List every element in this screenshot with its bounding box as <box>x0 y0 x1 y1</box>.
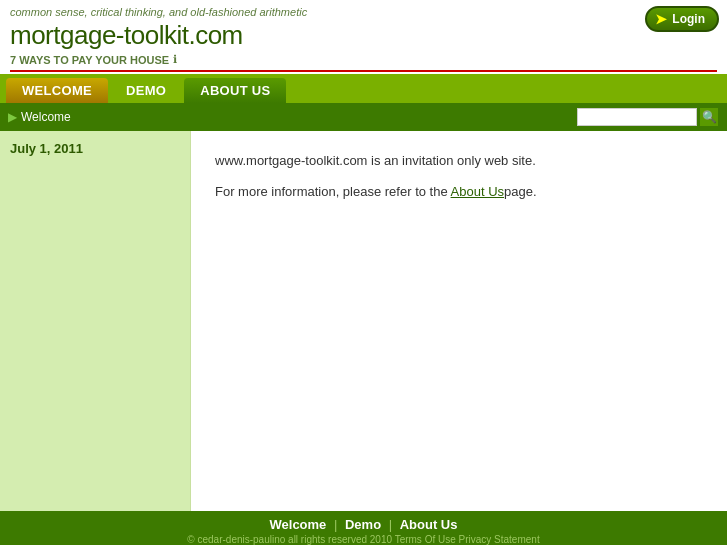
login-label: Login <box>672 12 705 26</box>
search-button[interactable]: 🔍 <box>699 107 719 127</box>
search-area: 🔍 <box>577 107 719 127</box>
breadcrumb-text: Welcome <box>21 110 71 124</box>
site-title: mortgage-toolkit.com <box>10 20 717 51</box>
search-input[interactable] <box>577 108 697 126</box>
subtitle-bar: 7 WAYS TO PAY YOUR HOUSE ℹ <box>10 53 717 66</box>
nav-tabs: WELCOME DEMO ABOUT US <box>0 74 727 103</box>
content-line2: For more information, please refer to th… <box>215 182 703 203</box>
breadcrumb-arrow-icon: ▶ <box>8 110 17 124</box>
footer: Welcome | Demo | About Us © cedar-denis-… <box>0 511 727 545</box>
subtitle-text: 7 WAYS TO PAY YOUR HOUSE <box>10 54 169 66</box>
tagline: common sense, critical thinking, and old… <box>10 6 717 18</box>
footer-separator-1: | <box>334 517 341 532</box>
footer-links: Welcome | Demo | About Us <box>10 517 717 532</box>
about-us-link[interactable]: About Us <box>451 184 504 199</box>
content-line2-pre: For more information, please refer to th… <box>215 184 451 199</box>
content-line1: www.mortgage-toolkit.com is an invitatio… <box>215 151 703 172</box>
date-display: July 1, 2011 <box>10 141 180 156</box>
footer-separator-2: | <box>389 517 396 532</box>
tab-about[interactable]: ABOUT US <box>184 78 286 103</box>
main-layout: July 1, 2011 www.mortgage-toolkit.com is… <box>0 131 727 511</box>
search-icon: 🔍 <box>702 110 717 124</box>
login-arrow-icon: ➤ <box>655 11 667 27</box>
tab-welcome[interactable]: WELCOME <box>6 78 108 103</box>
red-divider <box>10 70 717 72</box>
sidebar: July 1, 2011 <box>0 131 190 511</box>
footer-link-demo[interactable]: Demo <box>345 517 381 532</box>
footer-link-welcome[interactable]: Welcome <box>270 517 327 532</box>
footer-copyright: © cedar-denis-paulino all rights reserve… <box>10 534 717 545</box>
content-header-bar: ▶ Welcome 🔍 <box>0 103 727 131</box>
tab-demo[interactable]: DEMO <box>110 78 182 103</box>
footer-link-about[interactable]: About Us <box>400 517 458 532</box>
top-bar: ➤ Login common sense, critical thinking,… <box>0 0 727 72</box>
login-button[interactable]: ➤ Login <box>645 6 719 32</box>
content-area: www.mortgage-toolkit.com is an invitatio… <box>190 131 727 511</box>
content-line2-post: page. <box>504 184 537 199</box>
breadcrumb: ▶ Welcome <box>8 110 71 124</box>
info-icon: ℹ <box>173 53 177 66</box>
